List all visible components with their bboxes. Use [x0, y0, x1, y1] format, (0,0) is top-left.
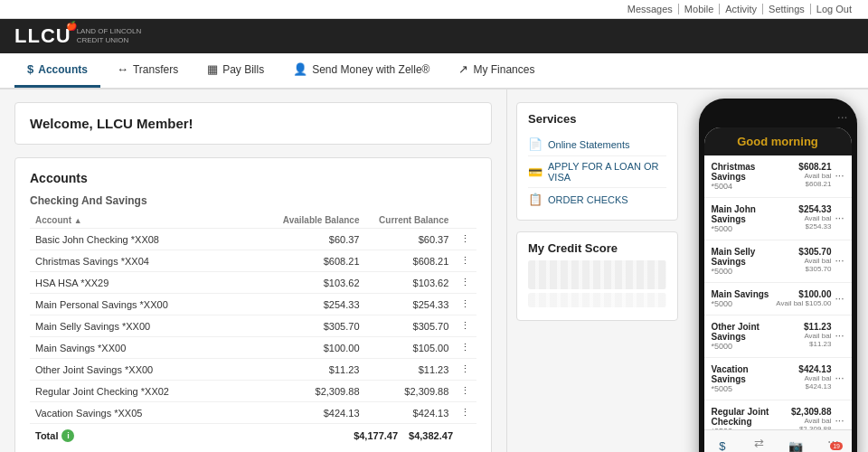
top-nav-messages[interactable]: Messages [622, 4, 679, 14]
phone-amount-main: $11.23 [788, 322, 832, 332]
phone-account-right: $11.23 Avail bal $11.23 ··· [788, 322, 844, 348]
top-navigation: Messages Mobile Activity Settings Log Ou… [0, 0, 868, 19]
nav-paybills-label: Pay Bills [222, 63, 264, 76]
welcome-message: Welcome, LLCU Member! [14, 102, 492, 145]
account-available: $254.33 [276, 294, 365, 315]
phone-account-right: $100.00 Avail bal $105.00 ··· [776, 289, 844, 307]
phone-account-row[interactable]: Main Savings *5000 $100.00 Avail bal $10… [704, 283, 852, 315]
table-row[interactable]: Regular Joint Checking *XX02 $2,309.88 $… [30, 381, 476, 402]
service-checks[interactable]: 📋 ORDER CHECKS [528, 188, 666, 211]
phone-more-dots[interactable]: ··· [835, 212, 844, 224]
phone-account-info: Christmas Savings *5004 [712, 162, 784, 191]
phone-account-row[interactable]: Main Selly Savings *5000 $305.70 Avail b… [704, 240, 852, 283]
account-name: Regular Joint Checking *XX02 [30, 381, 276, 402]
phone-account-row[interactable]: Main John Savings *5000 $254.33 Avail ba… [704, 198, 852, 240]
phone-nav-icon-deposit-nav: 📷 [788, 439, 803, 452]
phone-nav-accounts-nav[interactable]: $ Accounts [704, 439, 741, 452]
top-nav-logout[interactable]: Log Out [811, 4, 857, 14]
phone-nav-transfer-nav[interactable]: ⇄ Transfer & Pay [741, 437, 778, 453]
phone-preview: ··· Good morning Christmas Savings *5004… [687, 89, 868, 452]
accounts-section: Accounts Checking And Savings Account ▲ … [14, 157, 492, 452]
total-label-text: Total [35, 430, 58, 441]
phone-amount-main: $305.70 [784, 247, 832, 257]
phone-more-dots[interactable]: ··· [835, 292, 844, 305]
account-current: $103.62 [365, 272, 455, 294]
table-row[interactable]: Main Personal Savings *XX00 $254.33 $254… [30, 294, 476, 315]
phone-account-row[interactable]: Christmas Savings *5004 $608.21 Avail ba… [704, 155, 852, 198]
account-menu-button[interactable]: ⋮ [454, 229, 476, 250]
phone-nav-more-nav[interactable]: ⋯ 19 More [815, 435, 852, 452]
service-loan[interactable]: 💳 APPLY FOR A LOAN OR VISA [528, 156, 666, 188]
account-available: $305.70 [276, 315, 365, 337]
phone-amount-avail: Avail bal $105.00 [776, 299, 831, 307]
phone-account-right: $2,309.88 Avail bal $2,309.88 ··· [788, 407, 844, 429]
account-menu-button[interactable]: ⋮ [454, 359, 476, 381]
account-menu-button[interactable]: ⋮ [454, 250, 476, 272]
phone-account-right: $424.13 Avail bal $424.13 ··· [780, 364, 844, 391]
nav-accounts-label: Accounts [38, 63, 88, 76]
table-row[interactable]: Christmas Savings *XX04 $608.21 $608.21 … [30, 250, 476, 272]
account-menu-button[interactable]: ⋮ [454, 315, 476, 337]
phone-amount-avail: Avail bal $11.23 [788, 332, 832, 348]
phone-account-right: $305.70 Avail bal $305.70 ··· [784, 247, 844, 273]
phone-more-dots[interactable]: ··· [835, 414, 844, 427]
account-menu-button[interactable]: ⋮ [454, 272, 476, 294]
total-info-icon[interactable]: i [61, 429, 74, 442]
top-nav-mobile[interactable]: Mobile [679, 4, 720, 14]
phone-account-name: Vacation Savings [712, 364, 781, 384]
phone-more-dots[interactable]: ··· [835, 329, 844, 342]
nav-accounts[interactable]: $ Accounts [14, 53, 100, 88]
account-name: Vacation Savings *XX05 [30, 402, 276, 424]
account-menu-button[interactable]: ⋮ [454, 381, 476, 402]
nav-finances[interactable]: ↗ My Finances [446, 53, 547, 88]
phone-nav-deposit-nav[interactable]: 📷 Deposit [778, 439, 815, 452]
phone-amount-main: $100.00 [776, 289, 831, 299]
phone-amount-main: $2,309.88 [788, 407, 831, 417]
phone-more-dots[interactable]: ··· [835, 169, 844, 182]
phone-account-number: *5005 [712, 384, 781, 393]
phone-account-row[interactable]: Vacation Savings *5005 $424.13 Avail bal… [704, 358, 852, 400]
phone-nav-icon-transfer-nav: ⇄ [754, 437, 764, 450]
phone-account-name: Main John Savings [712, 204, 784, 224]
account-name: Basic John Checking *XX08 [30, 229, 276, 250]
service-loan-label: APPLY FOR A LOAN OR VISA [548, 161, 666, 183]
table-row[interactable]: Basic John Checking *XX08 $60.37 $60.37 … [30, 229, 476, 250]
account-menu-button[interactable]: ⋮ [454, 294, 476, 315]
logo-subtitle: Land of Lincoln Credit Union [77, 27, 142, 44]
phone-account-right: $608.21 Avail bal $608.21 ··· [784, 162, 844, 188]
col-header-account[interactable]: Account ▲ [30, 212, 276, 229]
table-row[interactable]: Main Selly Savings *XX00 $305.70 $305.70… [30, 315, 476, 337]
table-row[interactable]: HSA HSA *XX29 $103.62 $103.62 ⋮ [30, 272, 476, 294]
right-panel: Services 📄 Online Statements 💳 APPLY FOR… [506, 89, 687, 452]
table-row[interactable]: Main Savings *XX00 $100.00 $105.00 ⋮ [30, 337, 476, 359]
top-nav-settings[interactable]: Settings [763, 4, 811, 14]
nav-zelle[interactable]: 👤 Send Money with Zelle® [280, 53, 442, 88]
phone-account-info: Vacation Savings *5005 [712, 364, 781, 393]
account-menu-button[interactable]: ⋮ [454, 337, 476, 359]
service-checks-label: ORDER CHECKS [548, 194, 628, 205]
phone-account-row[interactable]: Regular Joint Checking *0502 $2,309.88 A… [704, 400, 852, 429]
table-row[interactable]: Other Joint Savings *XX00 $11.23 $11.23 … [30, 359, 476, 381]
phone-account-row[interactable]: Other Joint Savings *5000 $11.23 Avail b… [704, 315, 852, 358]
account-menu-button[interactable]: ⋮ [454, 402, 476, 424]
col-header-current: Current Balance [365, 212, 455, 229]
nav-paybills[interactable]: ▦ Pay Bills [194, 53, 277, 88]
phone-status-dots: ··· [704, 108, 852, 127]
phone-amount: $305.70 Avail bal $305.70 [784, 247, 832, 273]
phone-account-info: Other Joint Savings *5000 [712, 322, 788, 351]
phone-amount-avail: Avail bal $2,309.88 [788, 417, 831, 429]
phone-more-dots[interactable]: ··· [835, 254, 844, 267]
phone-amount: $424.13 Avail bal $424.13 [780, 364, 831, 391]
phone-amount-main: $254.33 [784, 204, 832, 214]
services-title: Services [528, 112, 666, 126]
nav-transfers[interactable]: ↔ Transfers [104, 53, 191, 88]
service-statements[interactable]: 📄 Online Statements [528, 133, 666, 156]
phone-account-number: *5004 [712, 182, 784, 191]
table-row[interactable]: Vacation Savings *XX05 $424.13 $424.13 ⋮ [30, 402, 476, 424]
phone-amount: $2,309.88 Avail bal $2,309.88 [788, 407, 831, 429]
phone-amount-main: $424.13 [780, 364, 831, 374]
phone-amount-avail: Avail bal $254.33 [784, 214, 832, 231]
total-available-amount: $4,177.47 [354, 430, 398, 441]
phone-more-dots[interactable]: ··· [835, 372, 844, 384]
top-nav-activity[interactable]: Activity [720, 4, 763, 14]
